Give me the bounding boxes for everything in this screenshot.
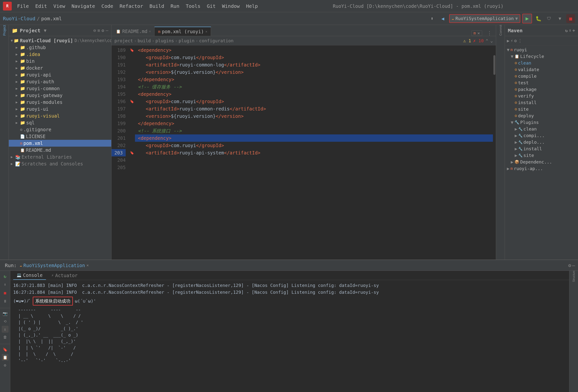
editor-tab-more[interactable]: ⋮ (484, 30, 495, 36)
maven-site[interactable]: ⚙ site (513, 106, 578, 112)
settings-icon[interactable]: ⚙ (101, 28, 104, 33)
tree-sql[interactable]: ▶ 📁 sql (9, 119, 111, 126)
run-button[interactable]: ▶ (522, 14, 532, 23)
maven-ruoyi-root[interactable]: ▼ m ruoyi (505, 46, 578, 53)
run-soft-wrap-icon[interactable]: ⟲ (2, 318, 8, 325)
menu-view[interactable]: View (50, 2, 68, 10)
run-camera-icon[interactable]: 📷 (2, 310, 8, 317)
actuator-tab[interactable]: ⚡ Actuator (48, 271, 81, 280)
menu-code[interactable]: Code (98, 2, 116, 10)
tree-ruoyi-gateway[interactable]: ▶ 📁 ruoyi-gateway (9, 92, 111, 99)
tab-readme[interactable]: 📋 README.md × (112, 27, 154, 36)
menu-build[interactable]: Build (146, 2, 167, 10)
maven-settings-icon[interactable]: ⚙ (514, 38, 517, 43)
tree-ruoyi-auth[interactable]: ▶ 📁 ruoyi-auth (9, 78, 111, 85)
menu-file[interactable]: File (14, 2, 32, 10)
menu-edit[interactable]: Edit (32, 2, 50, 10)
collapse-editor-icon[interactable]: ⌄ (490, 38, 493, 43)
run-bookmark-icon[interactable]: 🔖 (2, 346, 8, 353)
menu-help[interactable]: Help (243, 2, 261, 10)
project-icon[interactable]: Project (1, 27, 8, 34)
maven-install[interactable]: ⚙ install (513, 99, 578, 106)
expand-icon[interactable]: ≡ (97, 28, 100, 33)
maven-refresh-icon[interactable]: ↻ (565, 28, 568, 33)
tree-ruoyi-modules[interactable]: ▶ 📁 ruoyi-modules (9, 99, 111, 106)
run-app-tab[interactable]: ☁ RuoYiSystemApplication × (20, 263, 89, 268)
run-copy-icon[interactable]: 📋 (2, 354, 8, 361)
maven-package[interactable]: ⚙ package (513, 86, 578, 93)
menu-window[interactable]: Window (219, 2, 242, 10)
tree-gitignore[interactable]: ▶ ⚙ .gitignore (9, 126, 111, 133)
maven-deploy[interactable]: ⚙ deploy (513, 112, 578, 119)
commit-icon[interactable]: Commit (497, 27, 504, 34)
maven-verify[interactable]: ⚙ verify (513, 93, 578, 99)
maven-plugins-deploy[interactable]: ▶ 🔧 deplo... (513, 139, 578, 145)
breadcrumb-part-1[interactable]: RuoYi-Cloud (3, 16, 35, 22)
maven-plugins-install[interactable]: ▶ 🔧 install (513, 145, 578, 152)
tree-scratches-consoles[interactable]: ▶ 📝 Scratches and Consoles (9, 160, 111, 167)
maven-plugins-compile[interactable]: ▶ 🔧 compi... (513, 132, 578, 139)
tab-pom-close[interactable]: × (205, 30, 207, 34)
menu-refactor[interactable]: Refactor (117, 2, 146, 10)
maven-dependencies[interactable]: ▶ 📦 Dependenc... (505, 159, 578, 165)
editor-scrollbar[interactable] (493, 45, 496, 260)
tree-docker[interactable]: ▶ 📁 docker (9, 65, 111, 71)
tree-idea[interactable]: ▶ 📁 .idea (9, 51, 111, 58)
tab-readme-close[interactable]: × (149, 29, 151, 33)
bottom-panel-close-icon[interactable]: — (572, 262, 575, 268)
bottom-panel-settings-icon[interactable]: ⚙ (568, 262, 571, 268)
stop-button[interactable]: ■ (566, 14, 575, 23)
maven-validate[interactable]: ⚙ validate (513, 66, 578, 73)
collapse-all-icon[interactable]: ⊖ (94, 28, 96, 33)
maven-plugins[interactable]: ▼ 🔧 Plugins (505, 119, 578, 126)
run-scroll-end-icon[interactable]: ⬇ (2, 281, 8, 288)
run-restart-icon[interactable]: ↻ (2, 273, 8, 280)
console-tab[interactable]: 💻 Console (13, 271, 46, 280)
tree-github[interactable]: ▶ 📁 .github (9, 44, 111, 51)
tree-ruoyi-visual[interactable]: ▶ 📁 ruoyi-visual (9, 112, 111, 119)
tree-bin[interactable]: ▶ 📁 bin (9, 58, 111, 65)
debug-button[interactable]: 🐛 (534, 14, 543, 23)
maven-plugins-site[interactable]: ▶ 🔧 site (513, 152, 578, 159)
breadcrumb-part-2[interactable]: pom.xml (41, 16, 62, 22)
coverage-button[interactable]: 🛡 (545, 14, 554, 23)
run-pause-icon[interactable]: ⏸ (2, 298, 8, 305)
run-tab-close[interactable]: × (86, 263, 89, 268)
menu-run[interactable]: Run (168, 2, 182, 10)
vcs-button[interactable]: ⬆ (428, 14, 436, 23)
tree-ruoyi-common[interactable]: ▶ 📁 ruoyi-common (9, 85, 111, 92)
run-trash-icon[interactable]: 🗑 (2, 334, 8, 341)
maven-plugins-clean[interactable]: ▶ 🔧 clean (513, 126, 578, 132)
bottom-right-structure-icon[interactable]: Structure (571, 273, 577, 280)
maven-download-icon[interactable]: ⬇ (569, 28, 571, 33)
tree-ruoyi-ui[interactable]: ▶ 📁 ruoyi-ui (9, 106, 111, 112)
menu-git[interactable]: Git (204, 2, 219, 10)
run-config-dropdown[interactable]: ☁ RuoYiSystemApplication ▼ (449, 14, 520, 23)
tab-pom-xml[interactable]: m pom.xml (ruoyi) × (154, 27, 211, 36)
run-settings2-icon[interactable]: ⚙ (2, 362, 8, 369)
maven-ruoyi-ap[interactable]: ▶ m ruoyi-ap... (505, 165, 578, 172)
maven-more-icon[interactable]: ⋮ (518, 38, 522, 43)
maven-add-icon[interactable]: + (572, 28, 575, 33)
close-panel-icon[interactable]: — (106, 28, 108, 33)
menu-navigate[interactable]: Navigate (69, 2, 98, 10)
maven-test[interactable]: ⚙ test (513, 80, 578, 86)
expand-editor-icon[interactable]: ⌃ (485, 38, 488, 43)
tree-license[interactable]: ▶ 📄 LICENSE (9, 133, 111, 140)
run-caret-end-icon[interactable]: ↕ (2, 326, 8, 333)
maven-clean[interactable]: ⚙ clean (513, 60, 578, 66)
maven-execute-icon[interactable]: ▶ (507, 38, 510, 43)
run-stop-icon[interactable]: ■ (2, 289, 8, 296)
maven-compile[interactable]: ⚙ compile (513, 73, 578, 80)
tree-ruoyi-api[interactable]: ▶ 📁 ruoyi-api (9, 71, 111, 78)
more-run-button[interactable]: ▼ (556, 14, 564, 23)
maven-skip-tests-icon[interactable]: ⚡ (511, 38, 513, 43)
tree-external-libraries[interactable]: ▶ 📚 External Libraries (9, 153, 111, 160)
back-button[interactable]: ◀ (438, 14, 447, 23)
tree-readme[interactable]: ▶ 📋 README.md (9, 147, 111, 153)
tree-root[interactable]: ▼ 📁 RuoYi-Cloud [ruoyi] D:\kennychen\cod… (9, 37, 111, 44)
tree-pom-xml[interactable]: ▶ m pom.xml (9, 140, 111, 147)
menu-tools[interactable]: Tools (183, 2, 203, 10)
code-content[interactable]: <dependency> <groupId>com.ruoyi</groupId… (135, 45, 493, 260)
maven-lifecycle[interactable]: ▼ 📋 Lifecycle (505, 53, 578, 60)
